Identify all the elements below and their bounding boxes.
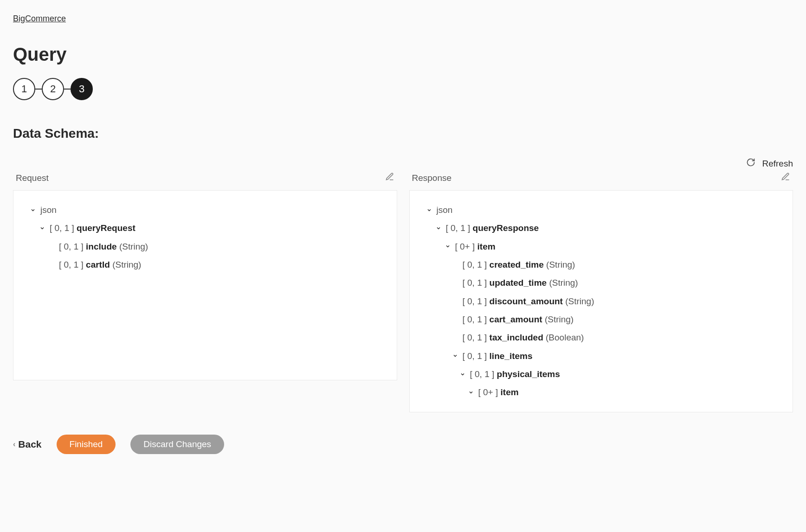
tree-node[interactable]: [ 0, 1 ] cart_amount (String) <box>422 310 781 328</box>
chevron-down-icon[interactable] <box>459 372 466 377</box>
chevron-down-icon[interactable] <box>29 207 37 213</box>
tree-node[interactable]: [ 0, 1 ] updated_time (String) <box>422 274 781 292</box>
edit-request-icon[interactable] <box>385 172 394 184</box>
refresh-button[interactable]: Refresh <box>13 158 793 169</box>
chevron-down-icon[interactable] <box>451 353 459 359</box>
finished-button[interactable]: Finished <box>57 435 116 454</box>
edit-response-icon[interactable] <box>781 172 790 184</box>
chevron-down-icon[interactable] <box>467 390 475 395</box>
refresh-icon <box>746 158 755 169</box>
step-3[interactable]: 3 <box>71 78 93 100</box>
tree-node[interactable]: [ 0, 1 ] tax_included (Boolean) <box>422 328 781 346</box>
step-connector <box>35 89 42 90</box>
chevron-down-icon[interactable] <box>426 207 433 213</box>
stepper: 1 2 3 <box>13 78 793 100</box>
chevron-left-icon: ‹ <box>13 440 15 449</box>
tree-node[interactable]: [ 0, 1 ] queryResponse <box>422 219 781 237</box>
tree-node[interactable]: [ 0, 1 ] physical_items <box>422 365 781 383</box>
tree-node[interactable]: [ 0, 1 ] queryRequest <box>26 219 385 237</box>
request-panel: Request json[ 0, 1 ] queryRequest[ 0, 1 … <box>13 172 397 380</box>
step-1[interactable]: 1 <box>13 78 35 100</box>
step-2[interactable]: 2 <box>42 78 64 100</box>
tree-node[interactable]: [ 0+ ] item <box>422 237 781 256</box>
chevron-down-icon[interactable] <box>435 225 442 231</box>
tree-node[interactable]: json <box>26 201 385 219</box>
discard-button[interactable]: Discard Changes <box>130 435 224 454</box>
chevron-down-icon[interactable] <box>444 244 451 249</box>
section-title: Data Schema: <box>13 126 793 141</box>
tree-node[interactable]: [ 0, 1 ] discount_amount (String) <box>422 292 781 310</box>
breadcrumb-bigcommerce[interactable]: BigCommerce <box>13 14 66 23</box>
tree-node[interactable]: [ 0, 1 ] cartId (String) <box>26 256 385 274</box>
step-connector <box>64 89 71 90</box>
back-label: Back <box>18 439 41 450</box>
response-panel: Response json[ 0, 1 ] queryResponse[ 0+ … <box>409 172 793 412</box>
request-card: json[ 0, 1 ] queryRequest[ 0, 1 ] includ… <box>13 190 397 380</box>
tree-node[interactable]: json <box>422 201 781 219</box>
back-button[interactable]: ‹ Back <box>13 439 42 450</box>
response-label: Response <box>412 173 452 183</box>
chevron-down-icon[interactable] <box>39 225 46 231</box>
response-card: json[ 0, 1 ] queryResponse[ 0+ ] item[ 0… <box>409 190 793 412</box>
page-title: Query <box>13 44 793 65</box>
request-label: Request <box>16 173 49 183</box>
tree-node[interactable]: [ 0+ ] item <box>422 383 781 401</box>
tree-node[interactable]: [ 0, 1 ] line_items <box>422 347 781 365</box>
tree-node[interactable]: [ 0, 1 ] include (String) <box>26 237 385 256</box>
refresh-label: Refresh <box>762 159 793 169</box>
tree-node[interactable]: [ 0, 1 ] created_time (String) <box>422 256 781 274</box>
